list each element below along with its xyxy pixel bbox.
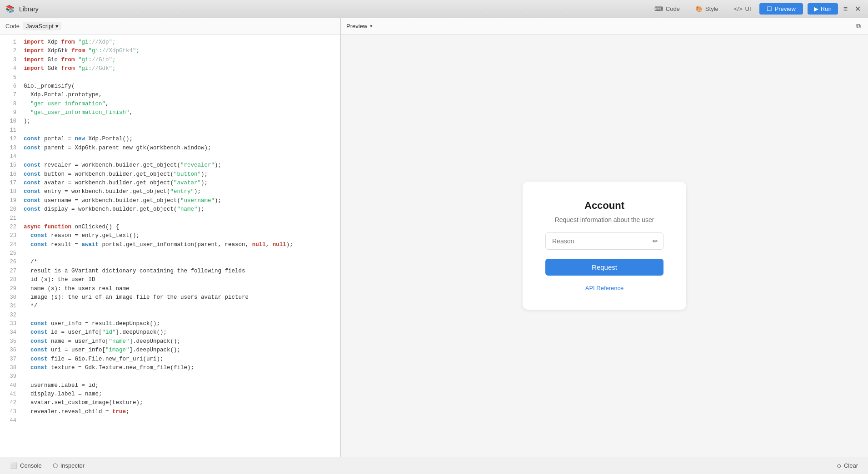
- line-number: 40: [4, 381, 16, 390]
- bottom-bar: ⬜ Console ⬡ Inspector ◇ Clear: [0, 457, 868, 474]
- code-line: 33 const user_info = result.deepUnpack()…: [0, 320, 340, 328]
- line-code: const user_info = result.deepUnpack();: [24, 320, 160, 328]
- line-number: 7: [4, 91, 16, 99]
- line-number: 38: [4, 364, 16, 372]
- request-button[interactable]: Request: [545, 259, 663, 276]
- line-number: 9: [4, 109, 16, 117]
- line-number: 20: [4, 205, 16, 214]
- code-editor[interactable]: 1import Xdp from "gi://Xdp";2import XdpG…: [0, 35, 340, 457]
- line-number: 6: [4, 82, 16, 91]
- code-line: 38 const texture = Gdk.Texture.new_from_…: [0, 364, 340, 372]
- request-label: Request: [592, 263, 617, 271]
- code-line: 4import Gdk from "gi://Gdk";: [0, 64, 340, 73]
- line-code: id (s): the user ID: [24, 276, 95, 284]
- line-number: 33: [4, 320, 16, 328]
- line-code: image (s): the uri of an image file for …: [24, 293, 249, 302]
- language-selector[interactable]: JavaScript ▾: [23, 22, 61, 30]
- line-code: display.label = name;: [24, 390, 102, 399]
- menu-button[interactable]: ≡: [842, 3, 849, 15]
- line-code: const id = user_info["id"].deepUnpack();: [24, 328, 167, 337]
- line-number: 16: [4, 170, 16, 179]
- close-button[interactable]: ✕: [853, 3, 863, 15]
- line-code: const uri = user_info["image"].deepUnpac…: [24, 346, 180, 355]
- code-line: 6Gio._promisify(: [0, 82, 340, 91]
- console-tab[interactable]: ⬜ Console: [5, 460, 46, 471]
- code-line: 22async function onClicked() {: [0, 223, 340, 232]
- line-number: 23: [4, 232, 16, 240]
- tab-style[interactable]: 🎨 Style: [688, 3, 726, 15]
- tab-preview[interactable]: ☐ Preview: [759, 3, 803, 15]
- code-line: 24 const result = await portal.get_user_…: [0, 241, 340, 249]
- line-code: import Gdk from "gi://Gdk";: [24, 64, 116, 73]
- line-code: import Gio from "gi://Gio";: [24, 56, 116, 64]
- account-title: Account: [584, 200, 624, 212]
- line-code: Xdp.Portal.prototype,: [24, 91, 102, 99]
- inspector-tab[interactable]: ⬡ Inspector: [48, 460, 89, 471]
- line-number: 18: [4, 188, 16, 196]
- ui-tab-icon: </>: [734, 5, 743, 12]
- line-number: 31: [4, 302, 16, 311]
- bottom-tabs: ⬜ Console ⬡ Inspector: [5, 460, 89, 471]
- code-line: 29 name (s): the users real name: [0, 285, 340, 293]
- line-code: */: [24, 302, 37, 311]
- line-number: 15: [4, 161, 16, 170]
- main-content: Code JavaScript ▾ 1import Xdp from "gi:/…: [0, 18, 868, 457]
- line-code: const portal = new Xdp.Portal();: [24, 135, 133, 143]
- preview-panel: Preview ▾ ⧉ Account Request information …: [341, 18, 868, 457]
- style-tab-icon: 🎨: [695, 5, 703, 12]
- line-number: 25: [4, 249, 16, 258]
- line-code: [24, 74, 27, 82]
- line-number: 41: [4, 390, 16, 399]
- line-number: 29: [4, 285, 16, 293]
- titlebar: 📚 Library ⌨ Code 🎨 Style </> UI ☐ Previe…: [0, 0, 868, 18]
- code-line: 18const entry = workbench.builder.get_ob…: [0, 188, 340, 196]
- code-line: 12const portal = new Xdp.Portal();: [0, 135, 340, 143]
- titlebar-tabs: ⌨ Code 🎨 Style </> UI ☐ Preview: [647, 3, 803, 15]
- line-number: 19: [4, 197, 16, 205]
- inspector-icon: ⬡: [53, 462, 58, 469]
- clear-label: Clear: [844, 462, 858, 469]
- line-code: const parent = XdpGtk.parent_new_gtk(wor…: [24, 144, 211, 153]
- line-number: 5: [4, 74, 16, 82]
- code-line: 39: [0, 372, 340, 381]
- preview-toolbar: Preview ▾ ⧉: [341, 18, 868, 35]
- clear-button[interactable]: ◇ Clear: [832, 460, 863, 471]
- titlebar-right: ▶ Run ≡ ✕: [808, 3, 863, 15]
- line-number: 4: [4, 64, 16, 73]
- code-line: 1import Xdp from "gi://Xdp";: [0, 38, 340, 47]
- code-tab-label: Code: [666, 5, 680, 12]
- clear-icon: ◇: [837, 462, 841, 469]
- code-line: 21: [0, 214, 340, 223]
- preview-tab-icon: ☐: [767, 5, 772, 12]
- chevron-down-icon: ▾: [55, 23, 59, 30]
- line-code: const username = workbench.builder.get_o…: [24, 197, 221, 205]
- code-line: 5: [0, 74, 340, 82]
- line-code: import XdpGtk from "gi://XdpGtk4";: [24, 47, 140, 55]
- preview-expand-button[interactable]: ⧉: [854, 20, 863, 32]
- line-number: 26: [4, 258, 16, 267]
- inspector-label: Inspector: [60, 462, 85, 469]
- code-line: 20const display = workbench.builder.get_…: [0, 205, 340, 214]
- run-button[interactable]: ▶ Run: [808, 3, 838, 15]
- line-number: 3: [4, 56, 16, 64]
- line-code: const texture = Gdk.Texture.new_from_fil…: [24, 364, 194, 372]
- line-number: 2: [4, 47, 16, 55]
- line-number: 13: [4, 144, 16, 153]
- preview-content: Account Request information about the us…: [341, 35, 868, 457]
- tab-ui[interactable]: </> UI: [727, 3, 758, 15]
- run-icon: ▶: [814, 5, 818, 12]
- api-reference-link[interactable]: API Reference: [585, 285, 624, 291]
- code-line: 9 "get_user_information_finish",: [0, 109, 340, 117]
- code-line: 10);: [0, 117, 340, 126]
- preview-tab-label: Preview: [775, 5, 796, 12]
- tab-code[interactable]: ⌨ Code: [647, 3, 687, 15]
- code-line: 23 const reason = entry.get_text();: [0, 232, 340, 240]
- code-line: 32: [0, 311, 340, 320]
- reason-input-wrap: ✏: [545, 232, 663, 250]
- code-line: 3import Gio from "gi://Gio";: [0, 56, 340, 64]
- reason-input[interactable]: [545, 232, 663, 250]
- line-number: 35: [4, 337, 16, 346]
- code-line: 17const avatar = workbench.builder.get_o…: [0, 179, 340, 188]
- line-code: const button = workbench.builder.get_obj…: [24, 170, 208, 179]
- line-number: 24: [4, 241, 16, 249]
